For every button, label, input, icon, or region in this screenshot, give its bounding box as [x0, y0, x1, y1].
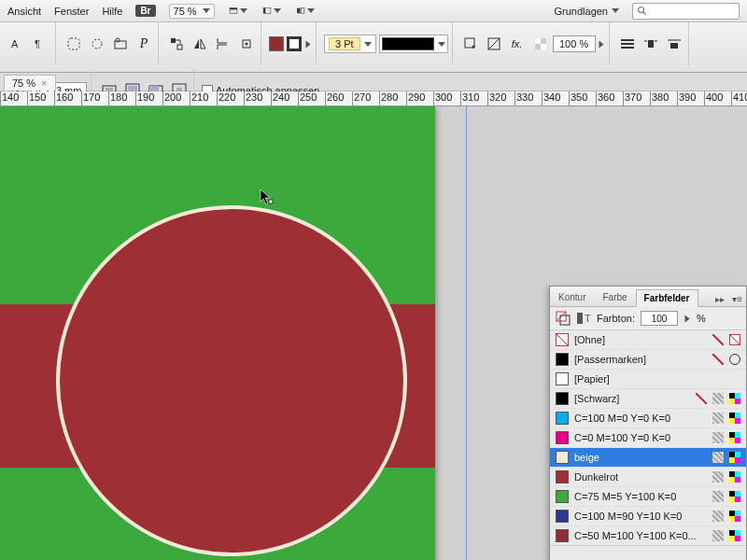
- ruler-tick: 230: [244, 91, 262, 105]
- swatch-chip: [556, 412, 569, 425]
- chevron-down-icon: [240, 8, 247, 13]
- gray-icon: [712, 432, 724, 443]
- swatch-row[interactable]: C=100 M=0 Y=0 K=0: [550, 409, 746, 428]
- panel-collapse-icon[interactable]: ▸▸: [712, 292, 728, 306]
- panel-subheader: T Farbton: %: [550, 307, 746, 330]
- swatch-row[interactable]: [Papier]: [550, 370, 746, 389]
- effects-icon-1[interactable]: [460, 34, 481, 54]
- opacity-field[interactable]: [530, 34, 605, 54]
- gray-icon: [712, 413, 724, 424]
- stroke-swatch[interactable]: [287, 36, 302, 51]
- swatch-name: C=50 M=100 Y=100 K=0...: [574, 530, 707, 541]
- bridge-chip[interactable]: Br: [135, 5, 155, 17]
- swatch-row[interactable]: C=75 M=5 Y=100 K=0: [550, 487, 746, 507]
- swatch-row[interactable]: [Ohne]: [550, 330, 746, 350]
- horizontal-ruler: 1401501601701801902002102202302402502602…: [0, 91, 747, 106]
- fill-stroke-proxy[interactable]: [556, 311, 571, 326]
- fx-button[interactable]: fx.: [507, 34, 528, 54]
- ruler-tick: 330: [514, 91, 533, 105]
- menu-view[interactable]: Ansicht: [7, 6, 41, 17]
- path-text[interactable]: P: [134, 34, 154, 54]
- swatch-name: C=100 M=90 Y=10 K=0: [574, 511, 707, 522]
- corner-opts[interactable]: [63, 34, 84, 54]
- stroke-weight-field[interactable]: 3 Pt: [324, 35, 376, 53]
- cmyk-icon: [729, 393, 740, 404]
- cmyk-icon: [729, 491, 740, 502]
- opacity-value[interactable]: [553, 35, 596, 52]
- char-style-dd[interactable]: A: [7, 34, 28, 54]
- swatch-chip: [556, 490, 569, 503]
- tab-farbfelder[interactable]: Farbfelder: [636, 289, 698, 307]
- swatch-row[interactable]: C=100 M=90 Y=10 K=0: [550, 507, 746, 526]
- svg-point-11: [92, 39, 102, 49]
- swatch-name: [Papier]: [574, 373, 740, 385]
- swatch-row[interactable]: beige: [550, 448, 746, 468]
- swatch-chip: [556, 529, 569, 542]
- tab-farbe[interactable]: Farbe: [594, 288, 635, 306]
- screen-mode-2[interactable]: [261, 1, 282, 21]
- chevron-right-icon: [306, 40, 311, 48]
- strike-icon: [696, 393, 707, 404]
- swatch-row[interactable]: [Passermarken]: [550, 350, 746, 370]
- zoom-dropdown[interactable]: 75 %: [169, 4, 215, 19]
- flip-h-icon[interactable]: [190, 34, 210, 54]
- swatch-name: [Ohne]: [574, 334, 707, 345]
- ruler-tick: 310: [460, 91, 479, 105]
- arrange-docs[interactable]: [295, 1, 316, 21]
- document-tab[interactable]: 75 % ×: [4, 75, 56, 91]
- control-bar: A ¶ P 3 Pt fx.: [0, 22, 747, 73]
- para-style-dd[interactable]: ¶: [31, 34, 51, 54]
- corner-shape[interactable]: [110, 34, 131, 54]
- swatch-chip: [556, 372, 569, 385]
- svg-rect-31: [668, 39, 681, 41]
- canvas[interactable]: Kontur Farbe Farbfelder ▸▸ ▾≡ T Farbton:…: [0, 106, 747, 560]
- screen-mode-1[interactable]: [228, 1, 248, 21]
- corner-link[interactable]: [87, 34, 107, 54]
- swatch-row[interactable]: Dunkelrot: [550, 468, 746, 487]
- textwrap-bound[interactable]: [641, 34, 661, 54]
- ruler-tick: 280: [379, 91, 398, 105]
- stroke-style-dd[interactable]: [379, 35, 448, 53]
- textwrap-shape[interactable]: [664, 34, 684, 54]
- flip-v-icon[interactable]: [213, 34, 233, 54]
- vertical-guide[interactable]: [466, 106, 467, 560]
- ruler-tick: 400: [704, 91, 723, 105]
- menu-help[interactable]: Hilfe: [102, 6, 122, 17]
- textwrap-none[interactable]: [617, 34, 638, 54]
- svg-rect-3: [263, 7, 265, 13]
- effects-icon-2[interactable]: [484, 34, 504, 54]
- panel-menu-icon[interactable]: ▾≡: [728, 292, 746, 306]
- svg-rect-28: [648, 40, 654, 48]
- ruler-tick: 270: [352, 91, 371, 105]
- object-text-toggle[interactable]: T: [576, 311, 591, 326]
- swatch-row[interactable]: C=50 M=100 Y=100 K=0...: [550, 526, 746, 545]
- swatch-row[interactable]: [Schwarz]: [550, 389, 746, 409]
- ruler-tick: 240: [271, 91, 289, 105]
- document-tab-label: 75 %: [12, 77, 35, 89]
- reg-icon: [729, 354, 740, 365]
- stroke-weight-value: 3 Pt: [329, 37, 360, 50]
- svg-point-19: [472, 46, 474, 49]
- svg-text:T: T: [585, 313, 591, 324]
- swatch-row[interactable]: C=0 M=100 Y=0 K=0: [550, 428, 746, 448]
- menu-window[interactable]: Fenster: [54, 6, 89, 17]
- swatch-name: C=75 M=5 Y=100 K=0: [574, 491, 707, 502]
- close-tab-icon[interactable]: ×: [41, 77, 47, 89]
- svg-rect-4: [297, 7, 300, 13]
- rotate-icon[interactable]: [236, 34, 257, 54]
- svg-point-6: [639, 7, 644, 12]
- tab-kontur[interactable]: Kontur: [550, 288, 594, 306]
- ruler-tick: 390: [677, 91, 696, 105]
- tint-input[interactable]: [641, 311, 678, 326]
- workspace-preset[interactable]: Grundlagen: [555, 6, 620, 17]
- svg-rect-46: [577, 313, 583, 324]
- swatch-name: beige: [574, 452, 707, 463]
- ruler-tick: 340: [542, 91, 560, 105]
- zoom-value: 75 %: [174, 6, 197, 17]
- swatch-chip: [556, 333, 569, 346]
- swatch-name: C=0 M=100 Y=0 K=0: [574, 432, 707, 443]
- search-input[interactable]: [632, 3, 740, 20]
- cmyk-icon: [729, 452, 740, 463]
- fill-swatch[interactable]: [269, 36, 284, 51]
- transform-icon[interactable]: [166, 34, 187, 54]
